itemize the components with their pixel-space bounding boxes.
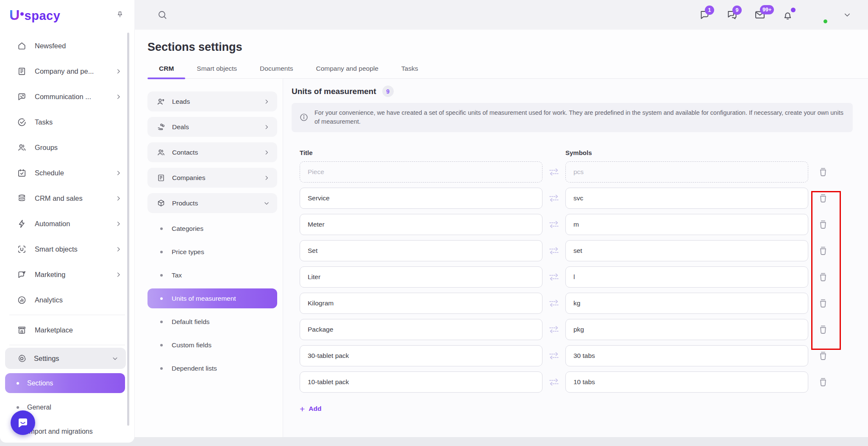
crm-nav-default-fields[interactable]: Default fields [147,312,277,332]
unit-symbol-input[interactable] [565,161,808,183]
chevron-right-icon [115,195,122,202]
uspacy-logo[interactable]: U spacy [9,7,60,23]
group-chats-icon[interactable]: 9 [726,9,738,21]
add-unit-button[interactable]: + Add [300,404,321,413]
gear-icon [16,354,27,363]
sidebar-item-settings[interactable]: Settings [5,348,126,369]
lead-person-icon [156,97,166,106]
crm-nav-label: Products [172,199,198,207]
unit-title-input[interactable] [300,266,542,288]
delete-row-trash-icon[interactable] [818,166,829,177]
sidebar-item-automation[interactable]: Automation [0,211,134,236]
crm-nav-dependent-lists[interactable]: Dependent lists [147,358,277,378]
sidebar-item-marketing[interactable]: Marketing [0,262,134,287]
delete-row-trash-icon[interactable] [818,377,829,388]
unit-row [300,371,853,393]
sidebar-item-newsfeed[interactable]: Newsfeed [0,33,134,58]
sidebar-item-company-and-people[interactable]: Company and pe... [0,58,134,84]
mail-icon[interactable]: 99+ [754,9,766,21]
sidebar-item-label: General [27,404,51,411]
unit-title-input[interactable] [300,240,542,261]
unit-symbol-input[interactable] [565,293,808,314]
unit-title-input[interactable] [300,293,542,314]
swap-arrows-icon[interactable] [548,272,559,282]
chevron-down-icon [264,200,270,206]
messages-icon[interactable]: 1 [699,9,710,21]
unit-row [300,214,853,235]
swap-arrows-icon[interactable] [548,351,559,360]
people-icon [16,143,27,152]
unit-title-input[interactable] [300,345,542,366]
swap-arrows-icon[interactable] [548,299,559,308]
swap-arrows-icon[interactable] [548,220,559,229]
delete-row-trash-icon[interactable] [818,193,829,204]
crm-nav-contacts[interactable]: Contacts [147,142,277,162]
delete-row-trash-icon[interactable] [818,350,829,361]
unit-symbol-input[interactable] [565,214,808,235]
swap-arrows-icon[interactable] [548,325,559,334]
sidebar-item-smart-objects[interactable]: Smart objects [0,236,134,262]
crm-nav-categories[interactable]: Categories [147,219,277,238]
unit-title-input[interactable] [300,161,542,183]
unit-title-input[interactable] [300,371,542,393]
org-book-icon [16,66,27,76]
unit-symbol-input[interactable] [565,319,808,340]
unit-symbol-input[interactable] [565,345,808,366]
crm-nav-companies[interactable]: Companies [147,168,277,188]
sidebar-item-label: CRM and sales [35,194,83,202]
unit-symbol-input[interactable] [565,371,808,393]
sidebar-item-label: Settings [34,355,59,363]
tab-documents[interactable]: Documents [248,65,304,78]
sidebar-item-sections[interactable]: Sections [5,373,125,393]
sidebar-scrollbar[interactable] [127,33,129,426]
sidebar-item-communication[interactable]: Communication ... [0,84,134,109]
crm-nav-price-types[interactable]: Price types [147,242,277,262]
notifications-bell-icon[interactable] [782,9,793,21]
swap-arrows-icon[interactable] [548,194,559,203]
unit-symbol-input[interactable] [565,240,808,261]
sidebar-item-tasks[interactable]: Tasks [0,109,134,135]
unit-title-input[interactable] [300,319,542,340]
unit-title-input[interactable] [300,188,542,209]
chat-launcher-button[interactable] [11,410,35,435]
unit-title-input[interactable] [300,214,542,235]
delete-row-trash-icon[interactable] [818,324,829,335]
sidebar-item-schedule[interactable]: Schedule [0,160,134,186]
delete-row-trash-icon[interactable] [818,219,829,230]
swap-arrows-icon[interactable] [548,246,559,255]
delete-row-trash-icon[interactable] [818,245,829,256]
units-panel: Units of measurement 9 For your convenie… [283,79,868,437]
sidebar-item-crm-and-sales[interactable]: CRM and sales [0,186,134,211]
megaphone-bubble-icon [16,270,27,280]
tab-tasks[interactable]: Tasks [390,65,430,78]
crm-nav-tax[interactable]: Tax [147,265,277,285]
product-box-icon [156,199,166,208]
plus-icon: + [300,404,305,413]
tab-smart-objects[interactable]: Smart objects [185,65,248,78]
crm-nav-units-of-measurement[interactable]: Units of measurement [147,288,277,308]
main-nav: Newsfeed Company and pe... Communication… [0,30,134,441]
user-avatar[interactable] [810,6,827,24]
swap-arrows-icon[interactable] [548,167,559,177]
pin-sidebar-icon[interactable] [116,11,124,19]
crm-nav-products[interactable]: Products [147,193,277,213]
sidebar-item-analytics[interactable]: Analytics [0,287,134,313]
divider [9,315,125,315]
profile-chevron-down-icon[interactable] [843,11,851,19]
crm-nav-leads[interactable]: Leads [147,91,277,111]
unit-symbol-input[interactable] [565,188,808,209]
unit-symbol-input[interactable] [565,266,808,288]
crm-nav-deals[interactable]: Deals [147,117,277,137]
tab-crm[interactable]: CRM [147,65,185,78]
delete-row-trash-icon[interactable] [818,298,829,309]
lightning-icon [16,219,27,229]
swap-arrows-icon[interactable] [548,377,559,387]
search-icon[interactable] [157,10,167,20]
delete-row-trash-icon[interactable] [818,271,829,283]
crm-nav-custom-fields[interactable]: Custom fields [147,335,277,355]
online-status-dot [823,19,828,24]
crm-nav-label: Companies [172,174,205,182]
sidebar-item-groups[interactable]: Groups [0,135,134,160]
tab-company-and-people[interactable]: Company and people [304,65,389,78]
sidebar-item-marketplace[interactable]: Marketplace [0,317,134,343]
